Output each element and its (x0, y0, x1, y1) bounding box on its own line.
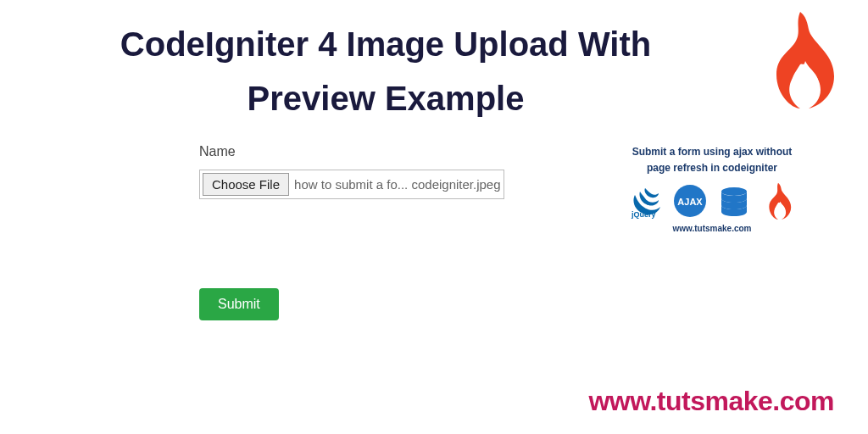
name-label: Name (199, 144, 504, 159)
page-title: CodeIgniter 4 Image Upload With Preview … (76, 17, 695, 125)
watermark: www.tutsmake.com (588, 386, 834, 417)
choose-file-button[interactable]: Choose File (203, 173, 289, 196)
codeigniter-small-icon (760, 183, 796, 219)
image-preview: Submit a form using ajax without page re… (610, 144, 814, 233)
svg-text:jQuery: jQuery (631, 210, 656, 219)
database-icon (716, 183, 752, 219)
submit-button[interactable]: Submit (199, 288, 279, 320)
svg-text:AJAX: AJAX (677, 197, 703, 207)
jquery-icon: jQuery (628, 183, 664, 219)
codeigniter-logo-icon (758, 8, 843, 110)
selected-file-name: how to submit a fo... codeigniter.jpeg (294, 177, 500, 192)
preview-icon-row: jQuery AJAX (610, 183, 814, 219)
preview-footer: www.tutsmake.com (610, 224, 814, 233)
preview-heading: Submit a form using ajax without page re… (610, 144, 814, 176)
upload-form: Name Choose File how to submit a fo... c… (199, 144, 504, 199)
ajax-icon: AJAX (672, 183, 708, 219)
svg-point-3 (721, 187, 747, 196)
file-input[interactable]: Choose File how to submit a fo... codeig… (199, 170, 504, 199)
